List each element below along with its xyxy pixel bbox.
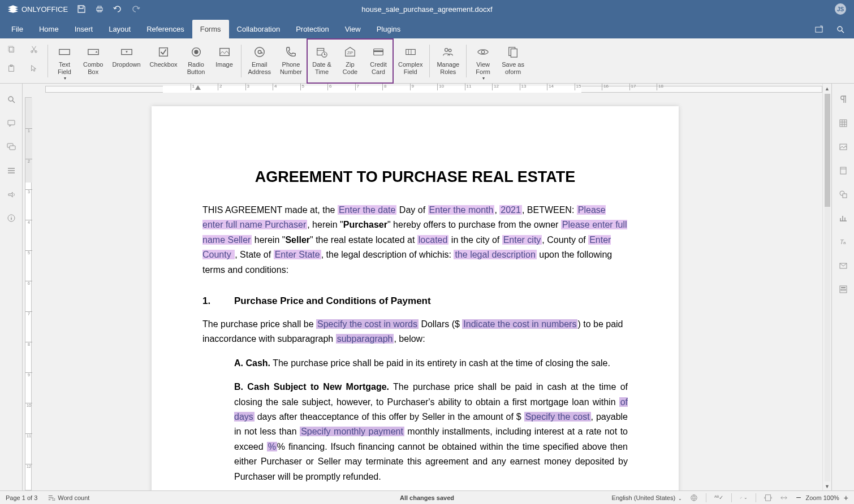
svg-text:ZIP: ZIP (347, 50, 353, 54)
abc-check-icon[interactable]: ᴬᴮ✓ (714, 494, 723, 502)
field-state[interactable]: Enter State (274, 250, 321, 259)
save-status: All changes saved (400, 494, 454, 501)
word-count[interactable]: 123 Word count (48, 494, 89, 502)
svg-rect-25 (406, 49, 415, 54)
language-selector[interactable]: English (United States) ⌄ (612, 494, 683, 501)
combo-box-icon (87, 46, 100, 58)
date-time-button[interactable]: Date & Time (308, 41, 336, 81)
checkbox-button[interactable]: Checkbox (145, 41, 182, 81)
manage-roles-button[interactable]: Manage Roles (432, 41, 464, 81)
phone-number-button[interactable]: Phone Number (275, 41, 307, 81)
comments-icon[interactable] (7, 119, 16, 128)
undo-icon[interactable] (113, 5, 122, 14)
shape-settings-icon[interactable] (839, 190, 848, 199)
date-time-icon (316, 46, 328, 58)
right-sidebar: Ta (831, 84, 854, 490)
mail-merge-icon[interactable] (839, 261, 848, 270)
credit-card-button[interactable]: Credit Card (364, 41, 393, 81)
table-settings-icon[interactable] (839, 119, 848, 128)
select-icon[interactable] (30, 64, 38, 72)
menubar: File Home Insert Layout References Forms… (0, 18, 854, 38)
menu-protection[interactable]: Protection (288, 20, 337, 38)
field-legal-description[interactable]: the legal description (454, 250, 536, 259)
navigation-icon[interactable] (7, 166, 16, 175)
svg-text:123: 123 (52, 498, 55, 501)
cut-icon[interactable] (30, 45, 38, 53)
about-icon[interactable] (7, 214, 16, 223)
fit-page-icon[interactable] (764, 494, 772, 502)
menu-collaboration[interactable]: Collaboration (229, 20, 288, 38)
scroll-down-icon[interactable]: ▼ (823, 483, 831, 490)
zoom-level[interactable]: Zoom 100% (806, 494, 839, 501)
dropdown-button[interactable]: Dropdown (107, 41, 145, 81)
menu-forms[interactable]: Forms (192, 20, 229, 38)
fit-width-icon[interactable] (780, 494, 788, 502)
section-1-heading: 1. Purchase Price and Conditions of Paym… (202, 293, 628, 309)
field-cost-words[interactable]: Specify the cost in words (316, 319, 419, 329)
header-footer-icon[interactable] (839, 166, 848, 175)
radio-button-label: Radio Button (187, 61, 205, 76)
find-icon[interactable] (7, 95, 16, 104)
field-percent[interactable]: % (267, 442, 277, 451)
email-address-button[interactable]: Email Address (244, 41, 275, 81)
paste-icon[interactable] (7, 64, 15, 72)
field-city[interactable]: Enter city (502, 235, 542, 245)
menu-file[interactable]: File (3, 20, 31, 38)
image-button[interactable]: Image (210, 41, 239, 81)
field-monthly-payment[interactable]: Specify monthly payment (300, 427, 404, 436)
field-subparagraph[interactable]: subparagraph (336, 334, 394, 344)
chat-icon[interactable] (7, 142, 16, 151)
menu-layout[interactable]: Layout (101, 20, 139, 38)
field-specify-cost[interactable]: Specify the cost (524, 412, 591, 422)
field-month[interactable]: Enter the month (428, 205, 495, 215)
open-location-icon[interactable] (814, 25, 823, 34)
app-logo[interactable]: ONLYOFFICE (8, 5, 68, 14)
combo-box-button[interactable]: Combo Box (79, 41, 107, 81)
menu-view[interactable]: View (337, 20, 369, 38)
menu-home[interactable]: Home (31, 20, 67, 38)
vertical-scrollbar[interactable]: ▲ ▼ (822, 84, 831, 490)
zoom-out-button[interactable]: − (796, 493, 801, 503)
document-page[interactable]: AGREEMENT TO PURCHASE REAL ESTATE THIS A… (152, 106, 679, 490)
spellcheck-icon[interactable] (690, 494, 698, 502)
zoom-in-button[interactable]: + (844, 493, 848, 502)
feedback-icon[interactable] (7, 190, 16, 199)
copy-icon[interactable] (7, 45, 15, 53)
menu-insert[interactable]: Insert (67, 20, 101, 38)
sub-a: A. Cash. The purchase price shall be pai… (202, 356, 628, 371)
field-date[interactable]: Enter the date (338, 205, 397, 215)
image-label: Image (215, 61, 233, 68)
user-avatar[interactable]: JS (835, 3, 846, 15)
ribbon-forms: Text Field▾ Combo Box Dropdown Checkbox … (0, 38, 854, 84)
combo-box-label: Combo Box (83, 61, 103, 76)
radio-button-button[interactable]: Radio Button (182, 41, 210, 81)
radio-button-icon (190, 46, 202, 58)
save-as-oform-button[interactable]: Save as oform (497, 41, 529, 81)
svg-point-31 (8, 97, 13, 101)
text-field-button[interactable]: Text Field▾ (50, 41, 79, 81)
zip-code-button[interactable]: ZIP Zip Code (336, 41, 364, 81)
complex-field-button[interactable]: Complex Field (394, 41, 427, 81)
field-year[interactable]: 2021 (499, 205, 522, 215)
scroll-up-icon[interactable]: ▲ (823, 85, 831, 93)
chart-settings-icon[interactable] (839, 214, 848, 223)
scroll-thumb[interactable] (825, 94, 830, 207)
print-icon[interactable] (95, 5, 104, 14)
onlyoffice-icon (8, 5, 18, 13)
view-form-button[interactable]: View Form▾ (469, 41, 497, 81)
image-settings-icon[interactable] (839, 142, 848, 151)
horizontal-ruler: 123456789101112131415161718 (34, 84, 822, 95)
save-icon[interactable] (77, 5, 86, 14)
field-located[interactable]: located (417, 235, 449, 245)
form-settings-icon[interactable] (839, 285, 848, 294)
svg-rect-37 (840, 144, 847, 150)
page-indicator[interactable]: Page 1 of 3 (6, 494, 37, 501)
menu-references[interactable]: References (139, 20, 192, 38)
menu-plugins[interactable]: Plugins (369, 20, 409, 38)
redo-icon[interactable] (131, 5, 140, 14)
field-cost-numbers[interactable]: Indicate the cost in numbers (462, 319, 577, 329)
search-icon[interactable] (836, 25, 845, 34)
track-changes-icon[interactable]: ⌄ (740, 494, 748, 502)
text-art-icon[interactable]: Ta (839, 237, 848, 246)
paragraph-settings-icon[interactable] (839, 95, 848, 104)
